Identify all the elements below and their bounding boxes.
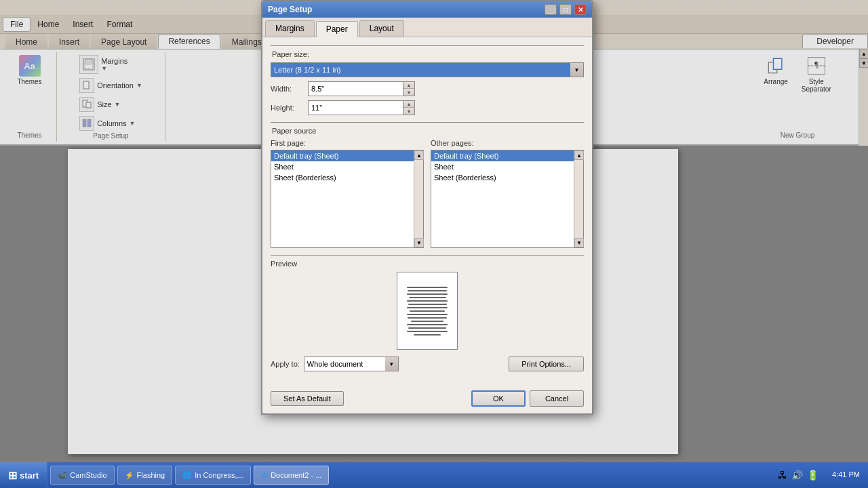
other-pages-item-0[interactable]: Default tray (Sheet) [431, 150, 574, 161]
preview-line-10 [408, 317, 447, 319]
preview-line-4 [409, 297, 446, 298]
height-input[interactable] [311, 104, 400, 112]
other-pages-scroll-up[interactable]: ▲ [574, 150, 584, 160]
other-pages-scroll-track [574, 160, 583, 238]
preview-line-11 [411, 321, 443, 322]
word-label: Document2 - ... [271, 471, 321, 479]
other-pages-item-2[interactable]: Sheet (Borderless) [431, 172, 574, 183]
taskbar-item-flashing[interactable]: ⚡ Flashing [117, 466, 173, 485]
height-decrement[interactable]: ▼ [403, 108, 414, 115]
width-label: Width: [271, 85, 308, 93]
dialog-footer: Set As Default OK Cancel [262, 386, 592, 413]
tab-paper[interactable]: Paper [316, 21, 358, 37]
apply-to-select-wrapper: Whole document This point forward This s… [304, 357, 399, 371]
height-increment[interactable]: ▲ [403, 101, 414, 108]
preview-line-1 [407, 287, 448, 288]
cancel-button[interactable]: Cancel [530, 390, 584, 407]
tab-layout[interactable]: Layout [359, 20, 404, 37]
taskbar-item-word[interactable]: W Document2 - ... [254, 466, 330, 485]
preview-line-2 [408, 290, 447, 291]
dialog-body: Paper size: Letter (8 1/2 x 11 in) Legal… [262, 37, 592, 386]
width-spinner: ▲ ▼ [308, 81, 415, 96]
paper-source-section: Paper source First page: Default tray (S… [271, 122, 584, 248]
start-label: start [20, 470, 39, 481]
width-decrement[interactable]: ▼ [403, 89, 414, 96]
other-pages-label: Other pages: [431, 139, 584, 147]
set-as-default-button[interactable]: Set As Default [271, 391, 344, 406]
preview-label: Preview [271, 260, 584, 268]
preview-line-6 [408, 304, 447, 305]
dialog-maximize-button[interactable]: □ [559, 4, 572, 15]
other-pages-item-1[interactable]: Sheet [431, 161, 574, 172]
print-options-button[interactable]: Print Options... [509, 357, 584, 371]
height-spinners: ▲ ▼ [403, 100, 415, 115]
taskbar-clock: 4:41 PM [824, 470, 868, 480]
preview-line-7 [407, 307, 448, 308]
taskbar-item-camstudio[interactable]: 📹 CamStudio [50, 466, 114, 485]
apply-to-select[interactable]: Whole document This point forward This s… [304, 357, 399, 371]
preview-line-5 [407, 300, 448, 302]
other-pages-list: Default tray (Sheet) Sheet Sheet (Border… [431, 150, 574, 247]
taskbar: ⊞ start 📹 CamStudio ⚡ Flashing 🌐 In Cong… [0, 462, 868, 488]
start-button[interactable]: ⊞ start [0, 462, 47, 488]
paper-size-section: Paper size: Letter (8 1/2 x 11 in) Legal… [271, 45, 584, 115]
paper-source-boxes: First page: Default tray (Sheet) Sheet S… [271, 139, 584, 248]
other-pages-scroll-down[interactable]: ▼ [574, 238, 584, 247]
paper-size-dropdown-arrow[interactable]: ▼ [570, 62, 584, 77]
first-page-scroll-track [414, 160, 423, 238]
first-page-scroll-down[interactable]: ▼ [414, 238, 424, 247]
width-increment[interactable]: ▲ [403, 82, 414, 89]
width-spinners: ▲ ▼ [403, 81, 415, 96]
browser-label: In Congress,... [195, 471, 243, 479]
first-page-list: Default tray (Sheet) Sheet Sheet (Border… [271, 150, 414, 247]
preview-line-12 [407, 324, 448, 325]
volume-tray-icon: 🔊 [791, 470, 803, 481]
flashing-icon: ⚡ [125, 471, 134, 480]
first-page-label: First page: [271, 139, 424, 147]
taskbar-tray: 🖧 🔊 🔋 [772, 470, 824, 481]
first-page-item-0[interactable]: Default tray (Sheet) [271, 150, 414, 161]
dialog-close-button[interactable]: ✕ [574, 4, 587, 15]
ok-button[interactable]: OK [471, 390, 526, 407]
windows-logo: ⊞ [8, 469, 17, 482]
dialog-title-controls: _ □ ✕ [545, 4, 587, 15]
height-input-wrapper [308, 100, 403, 115]
paper-source-label: Paper source [271, 127, 584, 135]
tab-margins[interactable]: Margins [265, 20, 315, 37]
preview-line-8 [410, 310, 445, 312]
width-input-wrapper [308, 81, 403, 96]
paper-size-label: Paper size: [271, 50, 584, 58]
preview-line-13 [408, 327, 446, 329]
height-label: Height: [271, 104, 308, 112]
taskbar-items: 📹 CamStudio ⚡ Flashing 🌐 In Congress,...… [47, 462, 772, 488]
dialog-title-bar: Page Setup _ □ ✕ [262, 1, 592, 18]
dialog-minimize-button[interactable]: _ [545, 4, 557, 15]
preview-line-9 [407, 314, 448, 315]
flashing-label: Flashing [137, 471, 165, 479]
word-icon: W [261, 471, 268, 479]
first-page-item-2[interactable]: Sheet (Borderless) [271, 172, 414, 183]
browser-icon: 🌐 [182, 471, 192, 480]
battery-tray-icon: 🔋 [807, 470, 818, 481]
height-row: Height: ▲ ▼ [271, 100, 584, 115]
first-page-scroll-up[interactable]: ▲ [414, 150, 424, 160]
preview-section: Preview [271, 255, 584, 350]
apply-row: Apply to: Whole document This point forw… [271, 357, 584, 371]
width-row: Width: ▲ ▼ [271, 81, 584, 96]
paper-size-select[interactable]: Letter (8 1/2 x 11 in) Legal A4 [271, 62, 584, 77]
first-page-box: First page: Default tray (Sheet) Sheet S… [271, 139, 424, 248]
width-input[interactable] [311, 85, 400, 93]
first-page-listbox: Default tray (Sheet) Sheet Sheet (Border… [271, 150, 424, 248]
height-spinner: ▲ ▼ [308, 100, 415, 115]
camstudio-label: CamStudio [70, 471, 106, 479]
paper-size-select-wrapper: Letter (8 1/2 x 11 in) Legal A4 ▼ [271, 62, 584, 77]
first-page-scrollbar: ▲ ▼ [414, 150, 423, 247]
first-page-item-1[interactable]: Sheet [271, 161, 414, 172]
preview-page [397, 272, 458, 350]
taskbar-item-browser[interactable]: 🌐 In Congress,... [175, 466, 251, 485]
apply-to-dropdown-arrow[interactable]: ▼ [385, 357, 399, 371]
camstudio-icon: 📹 [58, 471, 67, 480]
apply-to-group: Apply to: Whole document This point forw… [271, 357, 399, 371]
preview-line-3 [407, 293, 448, 295]
dialog-tabs: Margins Paper Layout [262, 18, 592, 37]
